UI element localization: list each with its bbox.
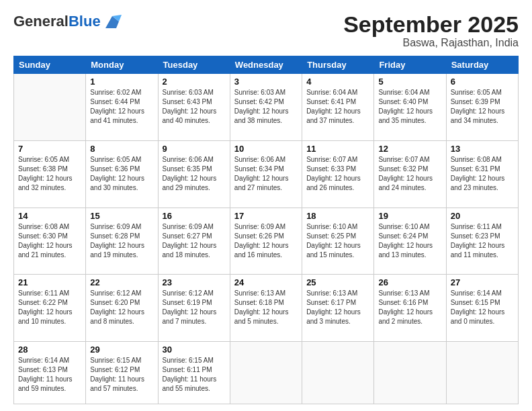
day-info: Sunrise: 6:11 AM Sunset: 6:23 PM Dayligh… bbox=[451, 222, 514, 260]
location: Baswa, Rajasthan, India bbox=[343, 37, 519, 49]
day-number: 21 bbox=[18, 277, 81, 287]
day-number: 25 bbox=[306, 277, 369, 287]
day-info: Sunrise: 6:09 AM Sunset: 6:28 PM Dayligh… bbox=[90, 222, 153, 260]
day-number: 3 bbox=[234, 77, 298, 87]
day-info: Sunrise: 6:15 AM Sunset: 6:12 PM Dayligh… bbox=[90, 356, 153, 394]
day-info: Sunrise: 6:08 AM Sunset: 6:31 PM Dayligh… bbox=[451, 155, 514, 193]
day-info: Sunrise: 6:12 AM Sunset: 6:19 PM Dayligh… bbox=[163, 289, 226, 326]
day-info: Sunrise: 6:09 AM Sunset: 6:27 PM Dayligh… bbox=[163, 222, 226, 260]
table-row: 30Sunrise: 6:15 AM Sunset: 6:11 PM Dayli… bbox=[158, 342, 230, 404]
day-number: 15 bbox=[90, 211, 153, 221]
day-info: Sunrise: 6:04 AM Sunset: 6:40 PM Dayligh… bbox=[378, 88, 441, 126]
day-number: 28 bbox=[18, 345, 81, 355]
table-row: 25Sunrise: 6:13 AM Sunset: 6:17 PM Dayli… bbox=[302, 275, 374, 342]
day-number: 16 bbox=[163, 211, 226, 221]
day-number: 11 bbox=[306, 144, 369, 154]
day-number: 14 bbox=[18, 211, 81, 221]
table-row: 27Sunrise: 6:14 AM Sunset: 6:15 PM Dayli… bbox=[446, 275, 518, 342]
day-number: 8 bbox=[90, 144, 153, 154]
day-number: 23 bbox=[163, 277, 226, 287]
table-row: 20Sunrise: 6:11 AM Sunset: 6:23 PM Dayli… bbox=[446, 208, 518, 275]
day-number: 2 bbox=[163, 77, 226, 87]
day-info: Sunrise: 6:05 AM Sunset: 6:36 PM Dayligh… bbox=[90, 155, 153, 193]
table-row bbox=[446, 342, 518, 404]
table-row: 12Sunrise: 6:07 AM Sunset: 6:32 PM Dayli… bbox=[374, 141, 446, 208]
logo-general: General bbox=[13, 13, 69, 30]
day-number: 12 bbox=[378, 144, 441, 154]
table-row bbox=[230, 342, 302, 404]
table-row: 26Sunrise: 6:13 AM Sunset: 6:16 PM Dayli… bbox=[374, 275, 446, 342]
day-info: Sunrise: 6:14 AM Sunset: 6:13 PM Dayligh… bbox=[18, 356, 81, 394]
day-info: Sunrise: 6:03 AM Sunset: 6:43 PM Dayligh… bbox=[163, 88, 226, 126]
table-row: 24Sunrise: 6:13 AM Sunset: 6:18 PM Dayli… bbox=[230, 275, 302, 342]
header-tuesday: Tuesday bbox=[158, 56, 230, 74]
logo: GeneralBlue bbox=[13, 12, 122, 31]
day-info: Sunrise: 6:05 AM Sunset: 6:38 PM Dayligh… bbox=[18, 155, 81, 193]
table-row bbox=[302, 342, 374, 404]
table-row: 13Sunrise: 6:08 AM Sunset: 6:31 PM Dayli… bbox=[446, 141, 518, 208]
calendar-header-row: Sunday Monday Tuesday Wednesday Thursday… bbox=[14, 56, 519, 74]
header-wednesday: Wednesday bbox=[230, 56, 302, 74]
month-title: September 2025 bbox=[343, 12, 519, 37]
table-row: 29Sunrise: 6:15 AM Sunset: 6:12 PM Dayli… bbox=[86, 342, 158, 404]
day-info: Sunrise: 6:13 AM Sunset: 6:16 PM Dayligh… bbox=[378, 289, 441, 326]
table-row: 7Sunrise: 6:05 AM Sunset: 6:38 PM Daylig… bbox=[14, 141, 86, 208]
day-number: 19 bbox=[378, 211, 441, 221]
day-info: Sunrise: 6:04 AM Sunset: 6:41 PM Dayligh… bbox=[306, 88, 369, 126]
table-row: 17Sunrise: 6:09 AM Sunset: 6:26 PM Dayli… bbox=[230, 208, 302, 275]
header-sunday: Sunday bbox=[14, 56, 86, 74]
day-number: 5 bbox=[378, 77, 441, 87]
table-row: 3Sunrise: 6:03 AM Sunset: 6:42 PM Daylig… bbox=[230, 74, 302, 141]
table-row: 23Sunrise: 6:12 AM Sunset: 6:19 PM Dayli… bbox=[158, 275, 230, 342]
page-header: GeneralBlue September 2025 Baswa, Rajast… bbox=[13, 12, 519, 49]
table-row: 2Sunrise: 6:03 AM Sunset: 6:43 PM Daylig… bbox=[158, 74, 230, 141]
day-info: Sunrise: 6:07 AM Sunset: 6:32 PM Dayligh… bbox=[378, 155, 441, 193]
day-info: Sunrise: 6:08 AM Sunset: 6:30 PM Dayligh… bbox=[18, 222, 81, 260]
day-info: Sunrise: 6:13 AM Sunset: 6:18 PM Dayligh… bbox=[234, 289, 298, 326]
table-row bbox=[14, 74, 86, 141]
table-row: 28Sunrise: 6:14 AM Sunset: 6:13 PM Dayli… bbox=[14, 342, 86, 404]
table-row: 6Sunrise: 6:05 AM Sunset: 6:39 PM Daylig… bbox=[446, 74, 518, 141]
day-number: 29 bbox=[90, 345, 153, 355]
header-friday: Friday bbox=[374, 56, 446, 74]
table-row: 18Sunrise: 6:10 AM Sunset: 6:25 PM Dayli… bbox=[302, 208, 374, 275]
day-number: 20 bbox=[451, 211, 514, 221]
day-info: Sunrise: 6:07 AM Sunset: 6:33 PM Dayligh… bbox=[306, 155, 369, 193]
table-row bbox=[374, 342, 446, 404]
day-number: 7 bbox=[18, 144, 81, 154]
table-row: 4Sunrise: 6:04 AM Sunset: 6:41 PM Daylig… bbox=[302, 74, 374, 141]
day-info: Sunrise: 6:02 AM Sunset: 6:44 PM Dayligh… bbox=[90, 88, 153, 126]
day-number: 6 bbox=[451, 77, 514, 87]
day-number: 27 bbox=[451, 277, 514, 287]
day-number: 1 bbox=[90, 77, 153, 87]
table-row: 21Sunrise: 6:11 AM Sunset: 6:22 PM Dayli… bbox=[14, 275, 86, 342]
day-number: 10 bbox=[234, 144, 298, 154]
day-number: 24 bbox=[234, 277, 298, 287]
logo-icon bbox=[103, 12, 122, 31]
day-info: Sunrise: 6:06 AM Sunset: 6:34 PM Dayligh… bbox=[234, 155, 298, 193]
day-info: Sunrise: 6:06 AM Sunset: 6:35 PM Dayligh… bbox=[163, 155, 226, 193]
day-info: Sunrise: 6:10 AM Sunset: 6:25 PM Dayligh… bbox=[306, 222, 369, 260]
day-info: Sunrise: 6:09 AM Sunset: 6:26 PM Dayligh… bbox=[234, 222, 298, 260]
header-thursday: Thursday bbox=[302, 56, 374, 74]
day-info: Sunrise: 6:15 AM Sunset: 6:11 PM Dayligh… bbox=[163, 356, 226, 394]
day-number: 4 bbox=[306, 77, 369, 87]
table-row: 19Sunrise: 6:10 AM Sunset: 6:24 PM Dayli… bbox=[374, 208, 446, 275]
day-number: 30 bbox=[163, 345, 226, 355]
day-info: Sunrise: 6:03 AM Sunset: 6:42 PM Dayligh… bbox=[234, 88, 298, 126]
calendar: Sunday Monday Tuesday Wednesday Thursday… bbox=[13, 56, 519, 404]
day-number: 13 bbox=[451, 144, 514, 154]
table-row: 5Sunrise: 6:04 AM Sunset: 6:40 PM Daylig… bbox=[374, 74, 446, 141]
table-row: 14Sunrise: 6:08 AM Sunset: 6:30 PM Dayli… bbox=[14, 208, 86, 275]
header-monday: Monday bbox=[86, 56, 158, 74]
day-info: Sunrise: 6:14 AM Sunset: 6:15 PM Dayligh… bbox=[451, 289, 514, 326]
day-info: Sunrise: 6:11 AM Sunset: 6:22 PM Dayligh… bbox=[18, 289, 81, 326]
logo-blue: Blue bbox=[69, 13, 101, 30]
table-row: 15Sunrise: 6:09 AM Sunset: 6:28 PM Dayli… bbox=[86, 208, 158, 275]
header-saturday: Saturday bbox=[446, 56, 518, 74]
table-row: 16Sunrise: 6:09 AM Sunset: 6:27 PM Dayli… bbox=[158, 208, 230, 275]
table-row: 8Sunrise: 6:05 AM Sunset: 6:36 PM Daylig… bbox=[86, 141, 158, 208]
table-row: 22Sunrise: 6:12 AM Sunset: 6:20 PM Dayli… bbox=[86, 275, 158, 342]
day-info: Sunrise: 6:05 AM Sunset: 6:39 PM Dayligh… bbox=[451, 88, 514, 126]
day-info: Sunrise: 6:10 AM Sunset: 6:24 PM Dayligh… bbox=[378, 222, 441, 260]
